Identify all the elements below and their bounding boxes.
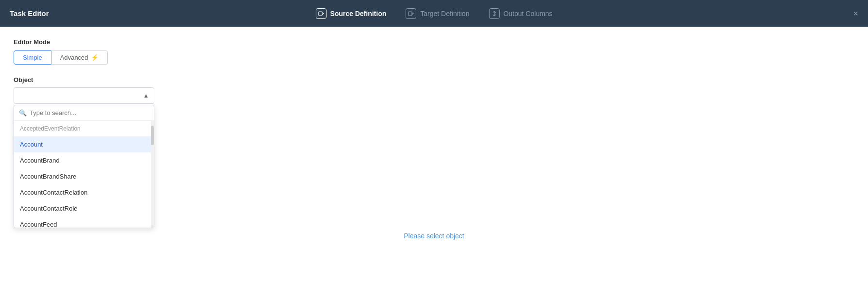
search-box: 🔍 [14, 105, 154, 121]
tab-target-definition[interactable]: Target Definition [406, 8, 469, 19]
list-item[interactable]: AcceptedEventRelation [14, 121, 154, 136]
svg-rect-0 [318, 12, 322, 16]
source-definition-icon [315, 8, 326, 19]
object-dropdown-trigger[interactable]: ▲ [14, 87, 154, 104]
chevron-up-icon: ▲ [143, 92, 149, 99]
scrollbar-thumb[interactable] [151, 126, 154, 145]
search-icon: 🔍 [19, 109, 27, 116]
close-button[interactable]: × [853, 9, 858, 18]
tab-source-definition[interactable]: Source Definition [315, 8, 386, 19]
tab-output-columns[interactable]: Output Columns [489, 8, 552, 19]
list-item[interactable]: AccountBrand [14, 152, 154, 168]
list-item[interactable]: AccountBrandShare [14, 168, 154, 184]
titlebar-tabs: Source Definition Target Definition Outp… [315, 8, 552, 19]
svg-rect-1 [409, 12, 412, 16]
object-dropdown-menu: 🔍 AcceptedEventRelation Account AccountB… [14, 105, 154, 228]
simple-mode-button[interactable]: Simple [14, 50, 51, 65]
object-label: Object [14, 76, 854, 83]
main-content: Editor Mode Simple Advanced ⚡ Object ▲ 🔍… [0, 27, 868, 298]
list-item[interactable]: AccountContactRole [14, 200, 154, 216]
editor-mode-label: Editor Mode [14, 38, 854, 46]
output-columns-label: Output Columns [503, 10, 552, 17]
app-title: Task Editor [10, 9, 49, 17]
advanced-mode-button[interactable]: Advanced ⚡ [51, 50, 108, 65]
object-search-input[interactable] [30, 109, 149, 116]
scrollbar-track [151, 121, 154, 228]
advanced-mode-label: Advanced [60, 54, 88, 61]
object-dropdown-wrapper: ▲ 🔍 AcceptedEventRelation Account Accoun… [14, 87, 154, 104]
source-definition-label: Source Definition [330, 10, 386, 17]
titlebar: Task Editor Source Definition Target Def… [0, 0, 868, 27]
target-definition-label: Target Definition [420, 10, 469, 17]
mode-buttons: Simple Advanced ⚡ [14, 50, 854, 65]
target-definition-icon [406, 8, 416, 19]
object-dropdown-list: AcceptedEventRelation Account AccountBra… [14, 121, 154, 228]
list-item[interactable]: Account [14, 136, 154, 152]
list-item[interactable]: AccountContactRelation [14, 184, 154, 200]
advanced-mode-icon: ⚡ [91, 54, 98, 61]
please-select-message: Please select object [404, 232, 464, 240]
output-columns-icon [489, 8, 499, 19]
list-item[interactable]: AccountFeed [14, 216, 154, 228]
